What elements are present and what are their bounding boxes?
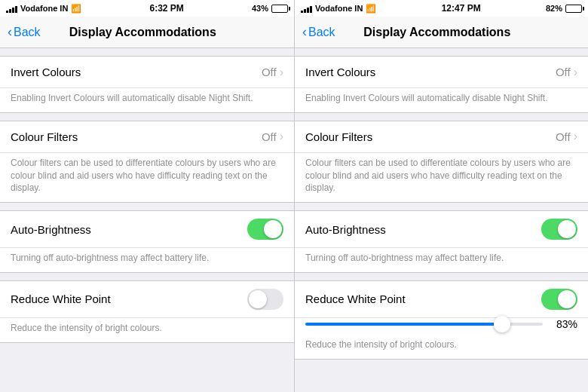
section-filters-left: Colour Filters Off › Colour filters can … [0,121,294,203]
row-filters-left[interactable]: Colour Filters Off › [0,121,294,153]
invert-label-left: Invert Colours [11,66,262,78]
status-bar-left: Vodafone IN 📶 6:32 PM 43% [0,0,294,17]
content-left: Invert Colours Off › Enabling Invert Col… [0,48,294,392]
whitepoint-desc-right: Reduce the intensity of bright colours. [295,335,588,359]
invert-desc-left: Enabling Invert Colours will automatical… [0,88,294,112]
signal-bar-3 [12,8,14,13]
filters-chevron-left: › [280,130,283,143]
time-right: 12:47 PM [442,3,481,14]
slider-percent-right: 83% [549,318,577,330]
slider-container-right[interactable] [305,320,543,329]
brightness-label-right: Auto-Brightness [305,223,541,236]
time-left: 6:32 PM [149,3,183,14]
row-filters-right[interactable]: Colour Filters Off › [295,121,588,153]
phone-panel-right: Vodafone IN 📶 12:47 PM 82% ‹ Back Displa… [294,0,588,392]
invert-value-right: Off [556,66,571,78]
filters-label-left: Colour Filters [11,130,262,143]
brightness-toggle-right[interactable] [541,219,577,240]
status-right-left: 43% [252,4,288,13]
whitepoint-label-left: Reduce White Point [11,292,247,305]
battery-icon-right [565,5,582,13]
row-whitepoint-right: Reduce White Point [295,281,588,318]
brightness-desc-left: Turning off auto-brightness may affect b… [0,248,294,272]
section-invert-left: Invert Colours Off › Enabling Invert Col… [0,56,294,113]
nav-title-right: Display Accommodations [294,26,580,39]
section-whitepoint-right: Reduce White Point 83% Reduce the intens… [295,280,588,360]
battery-fill-left [273,6,279,11]
whitepoint-label-right: Reduce White Point [305,292,541,305]
whitepoint-toggle-right[interactable] [541,289,577,310]
section-whitepoint-left: Reduce White Point Reduce the intensity … [0,280,294,343]
nav-bar-right: ‹ Back Display Accommodations [295,17,588,48]
filters-value-left: Off [262,130,277,143]
signal-bar-r3 [307,8,309,13]
battery-pct-left: 43% [252,4,268,13]
slider-fill-right [305,323,502,326]
phone-panel-left: Vodafone IN 📶 6:32 PM 43% ‹ Back Display… [0,0,294,392]
brightness-toggle-left[interactable] [247,219,283,240]
status-left-right: Vodafone IN 📶 [301,4,376,14]
battery-fill-right [567,6,578,11]
filters-chevron-right: › [574,130,577,143]
whitepoint-toggle-knob-right [558,290,576,308]
signal-bar-r2 [304,9,306,13]
slider-track-right [305,323,543,326]
signal-icon-right [301,5,312,13]
wifi-icon-left: 📶 [71,4,81,14]
section-filters-right: Colour Filters Off › Colour filters can … [295,121,588,203]
row-whitepoint-left: Reduce White Point [0,281,294,318]
nav-title-left: Display Accommodations [0,26,286,39]
invert-desc-right: Enabling Invert Colours will automatical… [295,88,588,112]
row-invert-right[interactable]: Invert Colours Off › [295,57,588,88]
whitepoint-toggle-left[interactable] [247,289,283,310]
slider-thumb-right[interactable] [494,316,510,332]
filters-value-right: Off [556,130,571,143]
signal-bar-2 [9,9,11,13]
nav-bar-left: ‹ Back Display Accommodations [0,17,294,48]
brightness-label-left: Auto-Brightness [11,223,247,236]
signal-bar-1 [6,11,8,13]
invert-label-right: Invert Colours [305,66,556,78]
section-invert-right: Invert Colours Off › Enabling Invert Col… [295,56,588,113]
row-brightness-left: Auto-Brightness [0,211,294,248]
carrier-left: Vodafone IN [20,4,68,13]
content-right: Invert Colours Off › Enabling Invert Col… [295,48,588,392]
status-bar-right: Vodafone IN 📶 12:47 PM 82% [295,0,588,17]
row-brightness-right: Auto-Brightness [295,211,588,248]
filters-desc-left: Colour filters can be used to differenti… [0,153,294,202]
section-brightness-left: Auto-Brightness Turning off auto-brightn… [0,210,294,273]
signal-bar-r4 [310,6,312,13]
battery-icon-left [271,5,288,13]
brightness-toggle-knob-right [558,220,576,238]
whitepoint-toggle-knob-left [249,290,267,308]
signal-icon [6,5,17,13]
signal-bar-4 [15,6,17,13]
status-right-right: 82% [546,4,582,13]
carrier-right: Vodafone IN [315,4,363,13]
wifi-icon-right: 📶 [366,4,376,14]
brightness-desc-right: Turning off auto-brightness may affect b… [295,248,588,272]
status-left: Vodafone IN 📶 [6,4,81,14]
invert-chevron-left: › [280,66,283,79]
whitepoint-desc-left: Reduce the intensity of bright colours. [0,318,294,342]
filters-desc-right: Colour filters can be used to differenti… [295,153,588,202]
brightness-toggle-knob-left [264,220,282,238]
filters-label-right: Colour Filters [305,130,556,143]
section-brightness-right: Auto-Brightness Turning off auto-brightn… [295,210,588,273]
battery-pct-right: 82% [546,4,562,13]
signal-bar-r1 [301,11,303,13]
row-invert-left[interactable]: Invert Colours Off › [0,57,294,88]
invert-chevron-right: › [574,66,577,79]
invert-value-left: Off [262,66,277,78]
slider-row-right: 83% [295,318,588,335]
